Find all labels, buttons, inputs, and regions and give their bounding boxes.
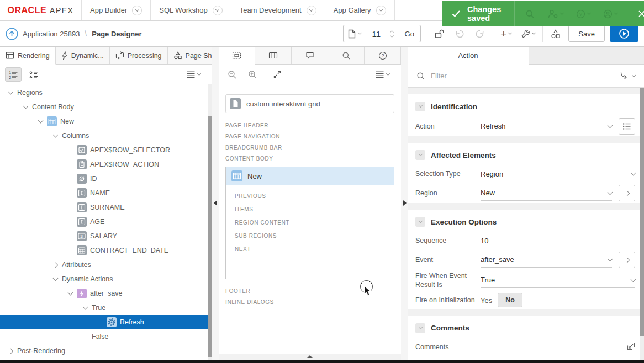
save-button[interactable]: Save [568,25,605,42]
tree-item-age[interactable]: AGE [0,215,212,229]
close-icon[interactable] [638,10,644,17]
left-scrollbar[interactable] [208,84,212,360]
scrollbar-thumb[interactable] [640,88,644,336]
utilities-menu-button[interactable] [519,26,537,41]
layout-slot-items[interactable]: ITEMS [226,202,394,216]
menu-team-development[interactable]: Team Development [231,0,325,20]
filter-input[interactable] [431,72,614,80]
select-fire-when-event-result-is[interactable]: True [481,273,635,288]
run-button[interactable] [610,25,638,42]
layout-slot-next[interactable]: NEXT [226,242,394,255]
tab-dynamic[interactable]: Dynamic... [56,47,110,64]
tree-toggle[interactable] [52,278,59,280]
layout-slot-previous[interactable]: PREVIOUS [226,189,394,202]
page-finder-button[interactable] [344,25,366,42]
section-collapse-button[interactable] [415,150,425,160]
tree-toggle[interactable] [22,106,29,108]
tree-toggle[interactable] [37,120,44,122]
select-event[interactable]: after_save [481,253,612,268]
tree-item-salary[interactable]: 1ISALARY [0,229,212,243]
layout-slot-content-body[interactable]: CONTENT BODY [225,153,394,164]
tree-toggle[interactable] [52,263,59,267]
lock-button[interactable] [431,26,447,41]
section-collapse-button[interactable] [415,217,425,227]
tab-search[interactable] [328,47,365,64]
tree-item-dynamic-actions[interactable]: Dynamic Actions [0,272,212,286]
undo-button[interactable] [452,26,467,41]
left-splitter[interactable] [212,47,219,360]
page-number-stepper[interactable] [386,25,398,42]
input-sequence-value[interactable] [481,237,635,245]
menu-app-builder[interactable]: App Builder [82,0,151,20]
tab-rendering[interactable]: Rendering [0,47,56,65]
tree-item-apex-row-action[interactable]: APEX$ROW_ACTION [0,157,212,172]
page-number-input[interactable] [366,25,386,42]
page-node[interactable]: custom interaktivní grid [225,94,394,113]
tree-toggle[interactable] [52,135,59,137]
messages-collapsed-bar[interactable] [219,354,401,360]
go-to-button[interactable] [619,185,635,201]
tab-gallery[interactable] [255,47,292,64]
zoom-out-button[interactable] [224,67,240,82]
tree-item-apex-row-selector[interactable]: APEX$ROW_SELECTOR [0,143,212,157]
tree-item-new[interactable]: New [0,114,212,129]
go-up-icon[interactable] [6,28,18,40]
section-collapse-button[interactable] [415,323,425,333]
open-dialog-icon[interactable] [627,342,635,353]
tab-help[interactable]: ? [365,47,401,64]
create-menu-button[interactable]: + [498,26,514,41]
collapse-right-icon[interactable] [403,200,407,206]
tree-item-contract-end-date[interactable]: CONTRACT_END_DATE [0,243,212,258]
tree-menu-button[interactable] [187,71,207,78]
redo-button[interactable] [472,26,488,41]
breadcrumb-application[interactable]: Application 25893 [23,30,80,38]
layout-slot-page-navigation[interactable]: PAGE NAVIGATION [225,131,394,142]
tree-item-id[interactable]: ID [0,172,212,186]
tree-item-true[interactable]: True [0,301,212,315]
toggle-option-yes[interactable]: Yes [481,296,492,305]
tree-item-columns[interactable]: Columns [0,129,212,143]
tree-item-post-rendering[interactable]: Post-Rendering [0,344,212,358]
go-button[interactable]: Go [398,25,420,42]
tree-toggle[interactable] [67,292,73,295]
layout-slot-region-content[interactable]: REGION CONTENT [226,216,394,229]
layout-slot-sub-regions[interactable]: SUB REGIONS [226,229,394,242]
layout-menu-button[interactable] [376,71,396,78]
tree-item-surname[interactable]: SURNAME [0,200,212,215]
tab-action[interactable]: Action [408,47,529,65]
menu-sql-workshop[interactable]: SQL Workshop [151,0,231,20]
select-selection-type[interactable]: Region [481,167,635,182]
tree-item-content-body[interactable]: Content Body [0,100,212,114]
order-by-sequence-button[interactable]: 12 [5,67,22,82]
menu-app-gallery[interactable]: App Gallery [325,0,395,20]
select-region[interactable]: New [481,186,612,201]
zoom-in-button[interactable] [244,67,261,82]
tree-toggle[interactable] [7,349,14,353]
tab-processing[interactable]: Processing [110,47,168,64]
goto-group-button[interactable] [620,72,635,80]
section-collapse-button[interactable] [415,102,425,111]
select-action[interactable]: Refresh [481,119,612,134]
layout-slot-page-header[interactable]: PAGE HEADER [225,120,394,131]
scrollbar-thumb[interactable] [208,116,212,357]
tree-item-regions[interactable]: Regions [0,86,212,100]
order-by-type-button[interactable] [25,67,42,82]
tree-item-refresh[interactable]: Refresh [0,315,212,329]
oracle-apex-logo[interactable]: ORACLE APEX [0,0,82,20]
right-splitter[interactable] [401,47,408,360]
collapse-left-icon[interactable] [214,200,217,206]
shared-components-button[interactable] [548,26,563,41]
tree-toggle[interactable] [82,307,88,309]
expand-button[interactable] [269,67,286,82]
tree-item-name[interactable]: NAME [0,186,212,200]
tab-messages[interactable] [292,47,328,64]
tab-layout[interactable] [219,47,255,65]
layout-slot-breadcrumb-bar[interactable]: BREADCRUMB BAR [225,142,394,153]
tree-item-after-save[interactable]: after_save [0,286,212,301]
tree-item-false[interactable]: False [0,329,212,344]
toggle-option-no[interactable]: No [498,293,522,307]
tree-toggle[interactable] [7,92,14,94]
list-of-values-button[interactable] [619,118,635,135]
tree-item-attributes[interactable]: Attributes [0,258,212,272]
input-sequence[interactable] [481,233,635,248]
